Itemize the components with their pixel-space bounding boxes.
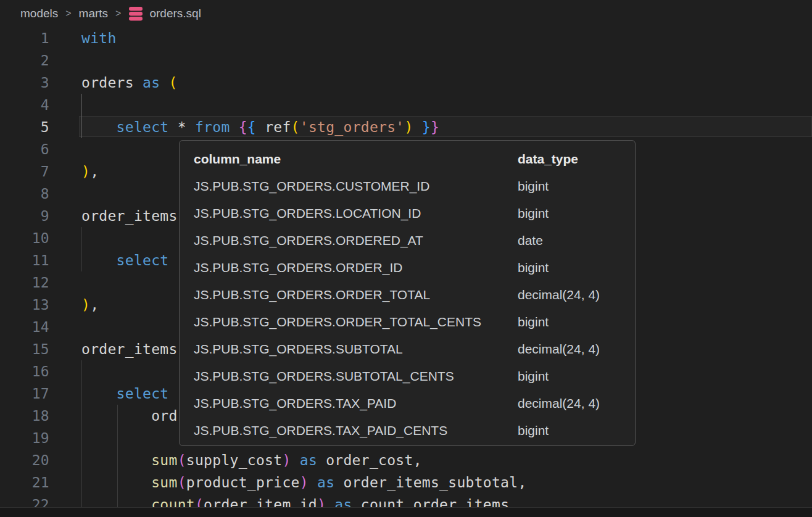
line-number: 2 bbox=[0, 49, 49, 72]
popup-data-type: bigint bbox=[518, 173, 549, 200]
popup-data-type: bigint bbox=[518, 254, 549, 281]
chevron-right-icon: > bbox=[114, 8, 122, 19]
popup-row: JS.PUB.STG_ORDERS.CUSTOMER_IDbigint bbox=[180, 173, 635, 200]
popup-row: JS.PUB.STG_ORDERS.ORDERED_ATdate bbox=[180, 227, 635, 254]
popup-data-type: decimal(24, 4) bbox=[518, 281, 600, 308]
popup-data-type: decimal(24, 4) bbox=[518, 390, 600, 417]
line-content: orders as ( bbox=[81, 75, 178, 91]
popup-row: JS.PUB.STG_ORDERS.SUBTOTALdecimal(24, 4) bbox=[180, 336, 635, 363]
popup-data-type: bigint bbox=[518, 363, 549, 390]
breadcrumb-item-marts[interactable]: marts bbox=[79, 7, 109, 20]
popup-column-name: JS.PUB.STG_ORDERS.TAX_PAID bbox=[194, 390, 396, 417]
popup-row: JS.PUB.STG_ORDERS.TAX_PAIDdecimal(24, 4) bbox=[180, 390, 635, 417]
line-number: 3 bbox=[0, 72, 49, 94]
popup-column-name: JS.PUB.STG_ORDERS.CUSTOMER_ID bbox=[194, 173, 429, 200]
line-content: order_items bbox=[81, 208, 178, 224]
popup-data-type: decimal(24, 4) bbox=[518, 336, 600, 363]
line-number: 19 bbox=[0, 427, 49, 449]
line-content: sum(product_price) as order_items_subtot… bbox=[81, 474, 527, 490]
popup-column-name: JS.PUB.STG_ORDERS.TAX_PAID_CENTS bbox=[194, 417, 447, 444]
popup-column-name: JS.PUB.STG_ORDERS.ORDER_TOTAL bbox=[194, 281, 430, 308]
popup-row: JS.PUB.STG_ORDERS.ORDER_TOTAL_CENTSbigin… bbox=[180, 308, 635, 336]
popup-header-data-type: data_type bbox=[518, 146, 578, 173]
code-line[interactable]: 2 bbox=[0, 49, 812, 72]
popup-column-name: JS.PUB.STG_ORDERS.SUBTOTAL bbox=[194, 336, 403, 363]
panel-divider bbox=[0, 507, 812, 517]
popup-header-column-name: column_name bbox=[194, 146, 281, 173]
code-line[interactable]: 21 sum(product_price) as order_items_sub… bbox=[0, 471, 812, 494]
line-number: 20 bbox=[0, 449, 49, 471]
line-number: 9 bbox=[0, 205, 49, 227]
line-number: 13 bbox=[0, 294, 49, 316]
breadcrumb-file-name[interactable]: orders.sql bbox=[149, 7, 201, 20]
line-number: 17 bbox=[0, 383, 49, 405]
line-content: ), bbox=[81, 297, 99, 313]
line-number: 16 bbox=[0, 360, 49, 383]
popup-row: JS.PUB.STG_ORDERS.TAX_PAID_CENTSbigint bbox=[180, 417, 635, 444]
code-line[interactable]: 5 select * from {{ ref('stg_orders') }} bbox=[0, 116, 812, 138]
popup-column-name: JS.PUB.STG_ORDERS.ORDER_TOTAL_CENTS bbox=[194, 308, 481, 336]
popup-column-name: JS.PUB.STG_ORDERS.LOCATION_ID bbox=[194, 200, 421, 227]
chevron-right-icon: > bbox=[64, 8, 72, 19]
code-line[interactable]: 3orders as ( bbox=[0, 72, 812, 94]
popup-header-row: column_name data_type bbox=[180, 146, 635, 173]
line-number: 8 bbox=[0, 183, 49, 205]
popup-data-type: bigint bbox=[518, 308, 549, 336]
popup-column-name: JS.PUB.STG_ORDERS.ORDER_ID bbox=[194, 254, 402, 281]
code-line[interactable]: 1with bbox=[0, 27, 812, 49]
line-content: select * from {{ ref('stg_orders') }} bbox=[81, 119, 439, 135]
popup-row: JS.PUB.STG_ORDERS.ORDER_TOTALdecimal(24,… bbox=[180, 281, 635, 308]
line-number: 6 bbox=[0, 138, 49, 160]
line-content: sum(supply_cost) as order_cost, bbox=[81, 452, 422, 468]
popup-data-type: date bbox=[518, 227, 543, 254]
line-number: 1 bbox=[0, 27, 49, 49]
line-number: 4 bbox=[0, 94, 49, 116]
popup-column-name: JS.PUB.STG_ORDERS.SUBTOTAL_CENTS bbox=[194, 363, 454, 390]
line-content: select bbox=[81, 252, 168, 268]
line-content: with bbox=[81, 30, 117, 46]
popup-data-type: bigint bbox=[518, 417, 549, 444]
line-number: 18 bbox=[0, 405, 49, 427]
line-number: 5 bbox=[0, 116, 49, 138]
line-number: 15 bbox=[0, 338, 49, 360]
line-content: order_items bbox=[81, 341, 178, 357]
breadcrumb-item-models[interactable]: models bbox=[20, 7, 58, 20]
line-content: select bbox=[81, 386, 168, 402]
line-number: 14 bbox=[0, 316, 49, 338]
popup-column-name: JS.PUB.STG_ORDERS.ORDERED_AT bbox=[194, 227, 423, 254]
popup-row: JS.PUB.STG_ORDERS.SUBTOTAL_CENTSbigint bbox=[180, 363, 635, 390]
line-content: ), bbox=[81, 163, 99, 180]
popup-row: JS.PUB.STG_ORDERS.LOCATION_IDbigint bbox=[180, 200, 635, 227]
code-line[interactable]: 4 bbox=[0, 94, 812, 116]
line-number: 10 bbox=[0, 227, 49, 249]
line-number: 7 bbox=[0, 160, 49, 183]
breadcrumb: models > marts > orders.sql bbox=[0, 0, 812, 27]
popup-data-type: bigint bbox=[518, 200, 549, 227]
column-info-popup: column_name data_type JS.PUB.STG_ORDERS.… bbox=[179, 140, 636, 446]
database-icon bbox=[128, 6, 143, 22]
line-number: 12 bbox=[0, 271, 49, 294]
line-number: 21 bbox=[0, 471, 49, 494]
line-number: 11 bbox=[0, 249, 49, 271]
line-content: ord bbox=[81, 408, 178, 424]
popup-row: JS.PUB.STG_ORDERS.ORDER_IDbigint bbox=[180, 254, 635, 281]
code-line[interactable]: 20 sum(supply_cost) as order_cost, bbox=[0, 449, 812, 471]
